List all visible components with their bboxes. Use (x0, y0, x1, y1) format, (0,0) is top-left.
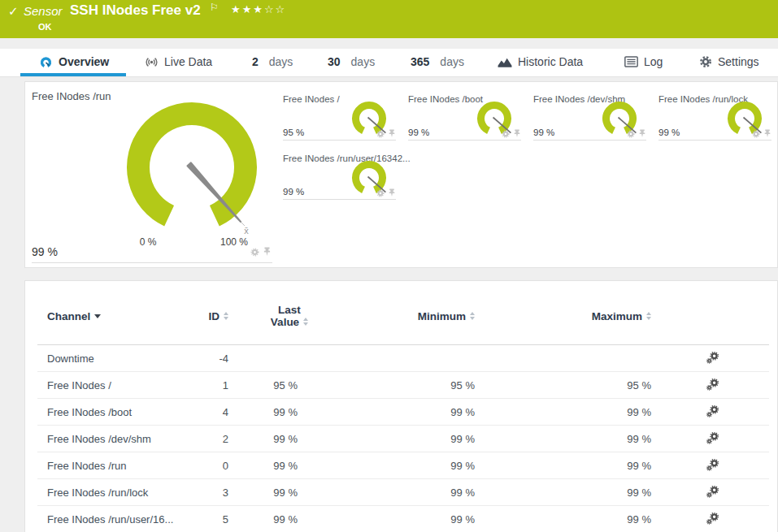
divider (533, 140, 646, 141)
channel-settings-gears-icon[interactable] (706, 378, 719, 391)
table-row[interactable]: Downtime -4 (37, 345, 769, 372)
tab-label: Overview (59, 55, 109, 68)
channel-id: -4 (147, 353, 228, 365)
tab-day-count: 2 (252, 55, 259, 68)
sort-desc-icon (94, 314, 101, 318)
divider (408, 140, 521, 141)
maximum-value: 99 % (545, 513, 651, 526)
channel-name: Free INodes /run/lock (47, 487, 148, 499)
gauge-title: Free INodes /boot (408, 94, 483, 104)
channel-name: Free INodes /run (47, 460, 127, 472)
channel-id: 2 (147, 433, 228, 445)
divider (283, 140, 396, 141)
channel-settings-gears-icon[interactable] (706, 432, 719, 444)
column-header-id[interactable]: ID (147, 310, 228, 322)
channel-settings-gears-icon[interactable] (706, 352, 719, 364)
gauge-settings-gear-icon[interactable] (502, 130, 510, 138)
favorite-flag-icon[interactable]: ⚐ (210, 2, 219, 13)
tab-day-count: 365 (411, 55, 429, 68)
column-header-minimum[interactable]: Minimum (367, 310, 475, 322)
tab-bar: Overview Live Data 2 days 30 days 365 da… (0, 49, 778, 77)
channel-settings-gears-icon[interactable] (706, 459, 719, 471)
average-marker: x̄ (244, 226, 249, 236)
gauge-value: 95 % (283, 128, 304, 137)
channel-name: Downtime (47, 353, 94, 365)
channel-settings-gears-icon[interactable] (706, 405, 719, 417)
tab-30-days[interactable]: 30 days (328, 49, 375, 75)
gauge-pin-icon[interactable] (763, 129, 771, 138)
column-label: Maximum (592, 310, 642, 322)
channel-id: 5 (147, 513, 228, 526)
column-label: Channel (47, 310, 90, 322)
column-header-last-value[interactable]: Last Value (253, 304, 326, 328)
gauge-pin-icon[interactable] (638, 129, 646, 138)
tab-label: Settings (718, 55, 759, 68)
minimum-value: 99 % (367, 406, 475, 418)
gauge-title: Free INodes /run/user/16342... (283, 154, 411, 163)
column-label: ID (209, 310, 220, 322)
table-row[interactable]: Free INodes / 1 95 % 95 % 95 % (37, 372, 769, 399)
object-kind-label: Sensor (24, 4, 63, 18)
tab-live-data[interactable]: Live Data (145, 49, 212, 75)
channel-id: 3 (147, 487, 228, 499)
gauge-pin-icon[interactable] (513, 129, 521, 138)
tab-historic-data[interactable]: Historic Data (498, 49, 583, 75)
channel-name: Free INodes /dev/shm (47, 433, 151, 445)
table-row[interactable]: Free INodes /boot 4 99 % 99 % 99 % (37, 399, 769, 426)
column-label: Last (278, 304, 301, 316)
table-row[interactable]: Free INodes /run 0 99 % 99 % 99 % (37, 452, 769, 479)
column-label: Minimum (418, 310, 466, 322)
channel-id: 0 (147, 460, 228, 472)
tab-day-count: 30 (328, 55, 341, 68)
channel-settings-gears-icon[interactable] (706, 486, 719, 498)
sensor-title: SSH INodes Free v2 (70, 2, 201, 19)
table-row[interactable]: Free INodes /run/lock 3 99 % 99 % 99 % (37, 479, 769, 506)
sort-icon (224, 312, 228, 320)
gauge-pin-icon[interactable] (263, 247, 272, 257)
sensor-status-badge: OK (38, 22, 52, 32)
tab-overview[interactable]: Overview (39, 49, 109, 75)
gauge-settings-gear-icon[interactable] (752, 130, 760, 138)
gauge-pin-icon[interactable] (388, 188, 396, 197)
gauge-pin-icon[interactable] (388, 129, 396, 138)
channel-settings-gears-icon[interactable] (706, 513, 719, 525)
gauge-icon (39, 55, 53, 69)
gauge-cell-free-inodes-runlock[interactable]: Free INodes /run/lock 99 % (653, 86, 773, 141)
priority-star-rating[interactable]: ★★★☆☆ (231, 3, 286, 15)
gauge-settings-gear-icon[interactable] (376, 189, 385, 197)
gear-icon (699, 55, 712, 68)
primary-gauge-title: Free INodes /run (32, 90, 111, 102)
table-row[interactable]: Free INodes /dev/shm 2 99 % 99 % 99 % (37, 426, 769, 452)
sensor-header-bar: ✓ Sensor SSH INodes Free v2 ⚐ ★★★☆☆ OK (0, 0, 778, 38)
active-tab-indicator (20, 73, 126, 76)
minimum-value: 99 % (367, 433, 475, 445)
column-header-channel[interactable]: Channel (47, 310, 101, 322)
column-header-maximum[interactable]: Maximum (545, 310, 651, 322)
gauge-cell-free-inodes-root[interactable]: Free INodes / 95 % (277, 86, 398, 141)
gauge-cell-free-inodes-runuser[interactable]: Free INodes /run/user/16342... 99 % (277, 145, 398, 200)
sort-icon (303, 318, 308, 326)
minimum-value: 99 % (367, 487, 475, 499)
tab-log[interactable]: Log (624, 49, 663, 75)
sort-icon (470, 312, 475, 320)
gauge-scale-min: 0 % (124, 236, 172, 248)
tab-365-days[interactable]: 365 days (411, 49, 464, 75)
live-data-icon (145, 55, 159, 69)
tab-settings[interactable]: Settings (699, 49, 759, 75)
minimum-value: 99 % (367, 460, 475, 472)
gauge-cell-free-inodes-devshm[interactable]: Free INodes /dev/shm 99 % (528, 86, 648, 141)
gauge-scale-max: 100 % (210, 236, 259, 248)
gauge-value: 99 % (533, 128, 554, 137)
last-value: 99 % (224, 487, 298, 499)
column-label: Value (271, 316, 299, 328)
gauge-settings-gear-icon[interactable] (376, 130, 385, 138)
gauge-settings-gear-icon[interactable] (250, 248, 259, 257)
gauge-value: 99 % (408, 128, 429, 137)
tab-2-days[interactable]: 2 days (252, 49, 293, 75)
gauge-cell-free-inodes-boot[interactable]: Free INodes /boot 99 % (402, 86, 523, 141)
table-row[interactable]: Free INodes /run/user/16... 5 99 % 99 % … (37, 506, 769, 532)
channel-id: 1 (147, 379, 228, 391)
channel-name: Free INodes /boot (47, 406, 132, 418)
last-value: 95 % (224, 379, 298, 391)
gauge-settings-gear-icon[interactable] (627, 130, 635, 138)
